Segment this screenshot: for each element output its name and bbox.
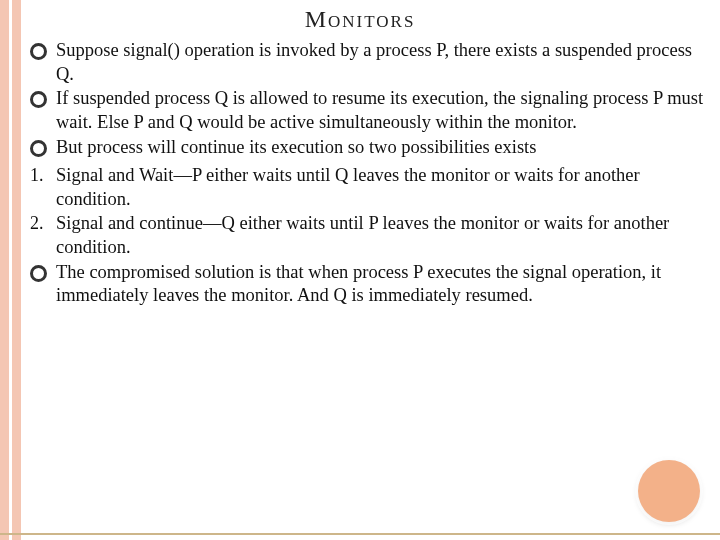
- list-item-text: Suppose signal() operation is invoked by…: [56, 39, 710, 86]
- number-marker: 2.: [30, 212, 56, 235]
- list-item-text: The compromised solution is that when pr…: [56, 261, 710, 308]
- list-item-text: Signal and continue—Q either waits until…: [56, 212, 710, 259]
- bullet-icon: [30, 136, 56, 163]
- number-marker: 1.: [30, 164, 56, 187]
- left-stripe-2: [12, 0, 21, 540]
- list-item: The compromised solution is that when pr…: [30, 261, 710, 308]
- list-item: But process will continue its execution …: [30, 136, 710, 163]
- bottom-border: [0, 533, 720, 535]
- slide-content: Suppose signal() operation is invoked by…: [0, 33, 720, 308]
- slide-title: Monitors: [0, 0, 720, 33]
- left-stripe-1: [0, 0, 9, 540]
- list-item: 2. Signal and continue—Q either waits un…: [30, 212, 710, 259]
- decorative-circle: [638, 460, 700, 522]
- list-item-text: Signal and Wait—P either waits until Q l…: [56, 164, 710, 211]
- list-item: Suppose signal() operation is invoked by…: [30, 39, 710, 86]
- list-item: 1. Signal and Wait—P either waits until …: [30, 164, 710, 211]
- bullet-icon: [30, 39, 56, 66]
- bullet-icon: [30, 87, 56, 114]
- list-item-text: But process will continue its execution …: [56, 136, 710, 160]
- list-item-text: If suspended process Q is allowed to res…: [56, 87, 710, 134]
- list-item: If suspended process Q is allowed to res…: [30, 87, 710, 134]
- bullet-icon: [30, 261, 56, 288]
